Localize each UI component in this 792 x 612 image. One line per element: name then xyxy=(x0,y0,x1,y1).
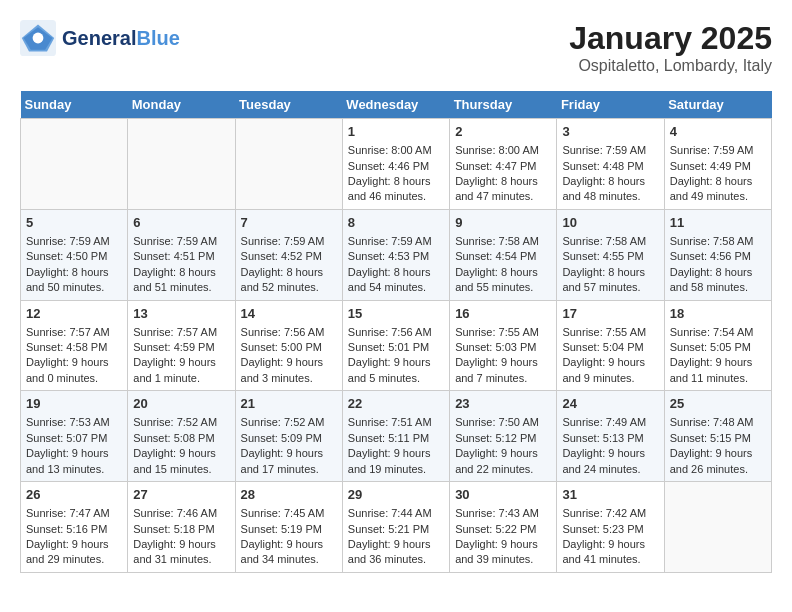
week-row-5: 26Sunrise: 7:47 AM Sunset: 5:16 PM Dayli… xyxy=(21,482,772,573)
day-number: 12 xyxy=(26,305,122,323)
day-number: 10 xyxy=(562,214,658,232)
col-header-tuesday: Tuesday xyxy=(235,91,342,119)
calendar-cell: 14Sunrise: 7:56 AM Sunset: 5:00 PM Dayli… xyxy=(235,300,342,391)
day-info: Sunrise: 7:42 AM Sunset: 5:23 PM Dayligh… xyxy=(562,506,658,568)
day-info: Sunrise: 7:48 AM Sunset: 5:15 PM Dayligh… xyxy=(670,415,766,477)
day-number: 28 xyxy=(241,486,337,504)
day-number: 27 xyxy=(133,486,229,504)
calendar-cell: 12Sunrise: 7:57 AM Sunset: 4:58 PM Dayli… xyxy=(21,300,128,391)
day-info: Sunrise: 7:59 AM Sunset: 4:52 PM Dayligh… xyxy=(241,234,337,296)
calendar-cell: 13Sunrise: 7:57 AM Sunset: 4:59 PM Dayli… xyxy=(128,300,235,391)
day-info: Sunrise: 7:56 AM Sunset: 5:01 PM Dayligh… xyxy=(348,325,444,387)
day-info: Sunrise: 7:55 AM Sunset: 5:04 PM Dayligh… xyxy=(562,325,658,387)
calendar-cell: 17Sunrise: 7:55 AM Sunset: 5:04 PM Dayli… xyxy=(557,300,664,391)
day-number: 20 xyxy=(133,395,229,413)
calendar-cell: 25Sunrise: 7:48 AM Sunset: 5:15 PM Dayli… xyxy=(664,391,771,482)
day-info: Sunrise: 7:58 AM Sunset: 4:55 PM Dayligh… xyxy=(562,234,658,296)
calendar-cell: 26Sunrise: 7:47 AM Sunset: 5:16 PM Dayli… xyxy=(21,482,128,573)
day-number: 29 xyxy=(348,486,444,504)
day-info: Sunrise: 7:44 AM Sunset: 5:21 PM Dayligh… xyxy=(348,506,444,568)
calendar-cell: 5Sunrise: 7:59 AM Sunset: 4:50 PM Daylig… xyxy=(21,209,128,300)
calendar-cell xyxy=(235,119,342,210)
calendar-header-row: SundayMondayTuesdayWednesdayThursdayFrid… xyxy=(21,91,772,119)
calendar-cell: 27Sunrise: 7:46 AM Sunset: 5:18 PM Dayli… xyxy=(128,482,235,573)
day-info: Sunrise: 7:53 AM Sunset: 5:07 PM Dayligh… xyxy=(26,415,122,477)
calendar-cell: 21Sunrise: 7:52 AM Sunset: 5:09 PM Dayli… xyxy=(235,391,342,482)
calendar-cell: 6Sunrise: 7:59 AM Sunset: 4:51 PM Daylig… xyxy=(128,209,235,300)
col-header-saturday: Saturday xyxy=(664,91,771,119)
calendar-cell: 20Sunrise: 7:52 AM Sunset: 5:08 PM Dayli… xyxy=(128,391,235,482)
col-header-thursday: Thursday xyxy=(450,91,557,119)
calendar-cell xyxy=(128,119,235,210)
day-number: 25 xyxy=(670,395,766,413)
calendar-cell: 8Sunrise: 7:59 AM Sunset: 4:53 PM Daylig… xyxy=(342,209,449,300)
col-header-monday: Monday xyxy=(128,91,235,119)
day-info: Sunrise: 7:59 AM Sunset: 4:50 PM Dayligh… xyxy=(26,234,122,296)
day-info: Sunrise: 8:00 AM Sunset: 4:47 PM Dayligh… xyxy=(455,143,551,205)
day-info: Sunrise: 7:45 AM Sunset: 5:19 PM Dayligh… xyxy=(241,506,337,568)
day-number: 5 xyxy=(26,214,122,232)
calendar-cell: 1Sunrise: 8:00 AM Sunset: 4:46 PM Daylig… xyxy=(342,119,449,210)
week-row-3: 12Sunrise: 7:57 AM Sunset: 4:58 PM Dayli… xyxy=(21,300,772,391)
calendar-title: January 2025 xyxy=(569,20,772,57)
day-info: Sunrise: 7:56 AM Sunset: 5:00 PM Dayligh… xyxy=(241,325,337,387)
day-info: Sunrise: 7:46 AM Sunset: 5:18 PM Dayligh… xyxy=(133,506,229,568)
day-number: 31 xyxy=(562,486,658,504)
calendar-cell: 2Sunrise: 8:00 AM Sunset: 4:47 PM Daylig… xyxy=(450,119,557,210)
logo: GeneralBlue xyxy=(20,20,180,56)
day-number: 4 xyxy=(670,123,766,141)
calendar-cell: 18Sunrise: 7:54 AM Sunset: 5:05 PM Dayli… xyxy=(664,300,771,391)
calendar-table: SundayMondayTuesdayWednesdayThursdayFrid… xyxy=(20,91,772,573)
calendar-cell: 30Sunrise: 7:43 AM Sunset: 5:22 PM Dayli… xyxy=(450,482,557,573)
svg-point-3 xyxy=(33,33,44,44)
calendar-cell: 16Sunrise: 7:55 AM Sunset: 5:03 PM Dayli… xyxy=(450,300,557,391)
day-number: 23 xyxy=(455,395,551,413)
day-number: 15 xyxy=(348,305,444,323)
day-info: Sunrise: 8:00 AM Sunset: 4:46 PM Dayligh… xyxy=(348,143,444,205)
day-info: Sunrise: 7:47 AM Sunset: 5:16 PM Dayligh… xyxy=(26,506,122,568)
day-info: Sunrise: 7:58 AM Sunset: 4:54 PM Dayligh… xyxy=(455,234,551,296)
calendar-cell: 29Sunrise: 7:44 AM Sunset: 5:21 PM Dayli… xyxy=(342,482,449,573)
calendar-cell: 11Sunrise: 7:58 AM Sunset: 4:56 PM Dayli… xyxy=(664,209,771,300)
col-header-wednesday: Wednesday xyxy=(342,91,449,119)
day-number: 1 xyxy=(348,123,444,141)
day-info: Sunrise: 7:59 AM Sunset: 4:48 PM Dayligh… xyxy=(562,143,658,205)
day-info: Sunrise: 7:57 AM Sunset: 4:59 PM Dayligh… xyxy=(133,325,229,387)
day-number: 13 xyxy=(133,305,229,323)
day-number: 7 xyxy=(241,214,337,232)
day-number: 21 xyxy=(241,395,337,413)
day-number: 16 xyxy=(455,305,551,323)
day-info: Sunrise: 7:49 AM Sunset: 5:13 PM Dayligh… xyxy=(562,415,658,477)
calendar-cell: 4Sunrise: 7:59 AM Sunset: 4:49 PM Daylig… xyxy=(664,119,771,210)
week-row-1: 1Sunrise: 8:00 AM Sunset: 4:46 PM Daylig… xyxy=(21,119,772,210)
calendar-cell xyxy=(664,482,771,573)
day-number: 26 xyxy=(26,486,122,504)
calendar-cell: 19Sunrise: 7:53 AM Sunset: 5:07 PM Dayli… xyxy=(21,391,128,482)
calendar-cell: 23Sunrise: 7:50 AM Sunset: 5:12 PM Dayli… xyxy=(450,391,557,482)
day-info: Sunrise: 7:55 AM Sunset: 5:03 PM Dayligh… xyxy=(455,325,551,387)
day-info: Sunrise: 7:52 AM Sunset: 5:09 PM Dayligh… xyxy=(241,415,337,477)
day-info: Sunrise: 7:51 AM Sunset: 5:11 PM Dayligh… xyxy=(348,415,444,477)
day-number: 9 xyxy=(455,214,551,232)
day-number: 22 xyxy=(348,395,444,413)
calendar-cell: 24Sunrise: 7:49 AM Sunset: 5:13 PM Dayli… xyxy=(557,391,664,482)
day-number: 2 xyxy=(455,123,551,141)
day-info: Sunrise: 7:54 AM Sunset: 5:05 PM Dayligh… xyxy=(670,325,766,387)
day-info: Sunrise: 7:58 AM Sunset: 4:56 PM Dayligh… xyxy=(670,234,766,296)
col-header-sunday: Sunday xyxy=(21,91,128,119)
calendar-cell: 22Sunrise: 7:51 AM Sunset: 5:11 PM Dayli… xyxy=(342,391,449,482)
day-number: 14 xyxy=(241,305,337,323)
day-number: 6 xyxy=(133,214,229,232)
day-number: 3 xyxy=(562,123,658,141)
calendar-cell: 7Sunrise: 7:59 AM Sunset: 4:52 PM Daylig… xyxy=(235,209,342,300)
col-header-friday: Friday xyxy=(557,91,664,119)
calendar-cell xyxy=(21,119,128,210)
calendar-cell: 10Sunrise: 7:58 AM Sunset: 4:55 PM Dayli… xyxy=(557,209,664,300)
calendar-cell: 31Sunrise: 7:42 AM Sunset: 5:23 PM Dayli… xyxy=(557,482,664,573)
week-row-2: 5Sunrise: 7:59 AM Sunset: 4:50 PM Daylig… xyxy=(21,209,772,300)
day-info: Sunrise: 7:59 AM Sunset: 4:49 PM Dayligh… xyxy=(670,143,766,205)
day-number: 11 xyxy=(670,214,766,232)
header: GeneralBlue January 2025 Ospitaletto, Lo… xyxy=(20,20,772,75)
title-area: January 2025 Ospitaletto, Lombardy, Ital… xyxy=(569,20,772,75)
logo-text: GeneralBlue xyxy=(62,27,180,50)
